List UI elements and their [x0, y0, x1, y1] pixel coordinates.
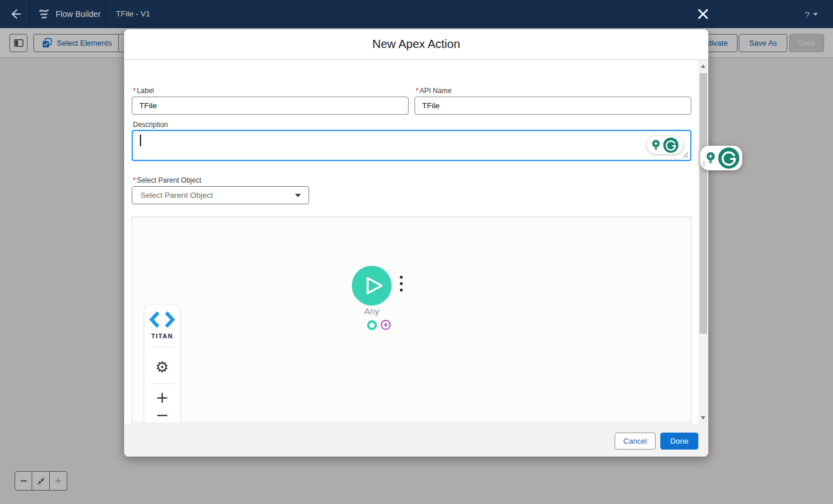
label-field-label: *Label: [133, 87, 154, 95]
description-field-label: Description: [133, 121, 168, 129]
plus-icon[interactable]: +: [145, 389, 180, 406]
node-ring-icon[interactable]: [367, 320, 377, 330]
done-label: Done: [670, 437, 688, 445]
header-divider: [105, 0, 106, 28]
modal-title: New Apex Action: [124, 29, 708, 60]
scrollbar-thumb[interactable]: [700, 73, 707, 334]
cancel-button[interactable]: Cancel: [615, 433, 656, 450]
grammarly-lightbulb-icon[interactable]: [706, 152, 715, 164]
required-asterisk: *: [133, 87, 136, 95]
header-divider: [29, 0, 30, 28]
parent-object-select[interactable]: Select Parent Object: [132, 186, 309, 204]
scrollbar-up-icon[interactable]: [701, 64, 705, 68]
grammarly-inline-widget[interactable]: [647, 136, 683, 154]
app-title: Flow Builder: [56, 0, 101, 28]
api-name-field-label: *API Name: [416, 87, 451, 95]
flow-preview-frame: Any TITAN ⚙ + −: [132, 217, 691, 423]
titan-panel: TITAN ⚙ + −: [145, 305, 180, 423]
minus-icon[interactable]: −: [145, 407, 180, 423]
node-label: Any: [348, 306, 395, 316]
parent-object-field-label: *Select Parent Object: [133, 176, 201, 184]
grammarly-assistant-widget[interactable]: [700, 146, 742, 170]
description-textarea[interactable]: [132, 130, 691, 161]
kebab-menu-icon[interactable]: [397, 275, 406, 294]
required-asterisk: *: [133, 176, 136, 184]
drag-handle-icon: [703, 164, 705, 166]
gear-icon[interactable]: ⚙: [145, 359, 180, 375]
add-node-icon[interactable]: [380, 320, 391, 330]
caret-down-icon: [813, 13, 818, 16]
resize-handle-icon[interactable]: [680, 150, 689, 159]
chevron-down-icon: [295, 194, 301, 197]
titan-logo-text: TITAN: [145, 332, 180, 340]
titan-logo-icon: [149, 310, 175, 329]
help-icon: ?: [805, 9, 810, 19]
text-caret: [140, 135, 141, 146]
parent-object-placeholder: Select Parent Object: [140, 191, 213, 200]
grammarly-logo-icon[interactable]: [718, 148, 739, 169]
close-icon[interactable]: [694, 5, 712, 23]
grammarly-logo-icon[interactable]: [663, 138, 678, 153]
play-icon: [352, 266, 392, 306]
required-asterisk: *: [416, 87, 419, 95]
flow-name: TFile - V1: [116, 0, 150, 28]
done-button[interactable]: Done: [660, 433, 698, 450]
label-input[interactable]: [132, 97, 409, 115]
panel-divider: [150, 347, 174, 347]
drag-handle-icon: [703, 162, 705, 163]
scrollbar-down-icon[interactable]: [701, 416, 705, 420]
help-menu-button[interactable]: ?: [805, 0, 818, 28]
play-button[interactable]: [352, 266, 392, 306]
modal-scrollbar[interactable]: [698, 60, 708, 424]
back-arrow-icon[interactable]: [8, 7, 22, 21]
grammarly-lightbulb-icon[interactable]: [652, 139, 660, 151]
cancel-label: Cancel: [623, 437, 647, 445]
panel-divider: [150, 383, 174, 384]
flow-builder-icon: [37, 8, 52, 20]
api-name-input[interactable]: [414, 97, 691, 115]
